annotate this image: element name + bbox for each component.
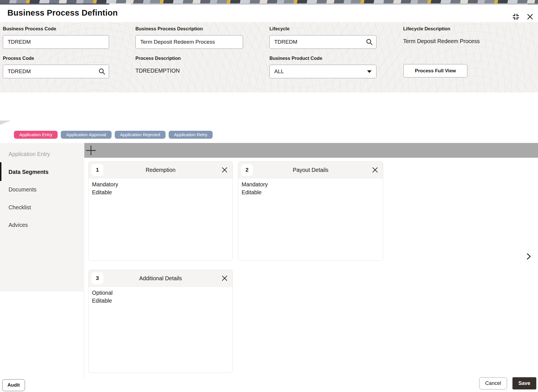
cancel-button[interactable]: Cancel — [479, 377, 507, 389]
business-process-code-label: Business Process Code — [3, 26, 56, 31]
segment-title: Payout Details — [238, 162, 383, 178]
data-segment-card[interactable]: 2 Payout Details Mandatory Editable — [238, 161, 383, 261]
collapse-window-button[interactable] — [511, 12, 521, 22]
business-product-code-label: Business Product Code — [269, 56, 322, 61]
tab-application-approval[interactable]: Application Approval — [61, 131, 111, 139]
tab-label: Application Rejected — [120, 132, 160, 137]
save-button[interactable]: Save — [512, 377, 536, 389]
remove-segment-button[interactable] — [221, 167, 228, 173]
process-code-input[interactable] — [3, 65, 109, 78]
add-segment-button[interactable] — [86, 146, 96, 155]
process-full-view-label: Process Full View — [415, 68, 456, 74]
tab-label: Application Retry — [174, 132, 207, 137]
sidebar-item-documents[interactable]: Documents — [9, 186, 37, 193]
segment-attribute: Mandatory — [242, 180, 380, 188]
lifecycle-input[interactable] — [269, 35, 376, 49]
sidebar-item-data-segments[interactable]: Data Segments — [9, 168, 49, 176]
close-icon — [526, 13, 534, 21]
remove-segment-button[interactable] — [221, 275, 228, 282]
search-icon[interactable] — [366, 38, 373, 46]
browser-theme-strip — [0, 0, 538, 3]
window-header: Business Process Defintion — [0, 5, 538, 22]
tab-label: Application Approval — [66, 132, 106, 137]
process-code-field-wrap — [3, 65, 109, 78]
stage-sidebar: Application Entry Data Segments Document… — [0, 143, 84, 292]
lifecycle-label: Lifecycle — [269, 26, 290, 31]
segment-title: Redemption — [89, 162, 233, 178]
segment-attributes: Optional Editable — [89, 287, 233, 307]
segment-attribute: Mandatory — [92, 180, 229, 188]
segment-attribute: Optional — [92, 289, 229, 297]
collapse-icon — [512, 12, 520, 21]
save-label: Save — [518, 380, 530, 386]
data-segment-card[interactable]: 3 Additional Details Optional Editable — [88, 270, 233, 373]
tab-application-rejected[interactable]: Application Rejected — [115, 131, 166, 139]
segment-title: Additional Details — [89, 270, 233, 287]
process-description-value: TDREDEMPTION — [135, 68, 180, 74]
cancel-label: Cancel — [485, 380, 501, 386]
data-segment-card[interactable]: 1 Redemption Mandatory Editable — [88, 161, 233, 261]
close-window-button[interactable] — [525, 12, 535, 22]
card-header: 1 Redemption — [89, 162, 233, 178]
tab-label: Application Entry — [19, 132, 52, 137]
next-page-chevron[interactable] — [525, 252, 533, 260]
search-icon[interactable] — [98, 68, 106, 75]
lifecycle-description-label: Lifecycle Description — [403, 26, 450, 31]
business-process-description-label: Business Process Description — [135, 26, 203, 31]
tab-application-retry[interactable]: Application Retry — [169, 131, 213, 139]
lifecycle-field-wrap — [269, 35, 376, 49]
segment-attribute: Editable — [92, 188, 229, 196]
segment-attributes: Mandatory Editable — [89, 178, 233, 198]
close-icon — [221, 275, 228, 282]
process-code-label: Process Code — [3, 56, 34, 61]
segment-attribute: Editable — [242, 188, 380, 196]
process-header-form: Business Process Code Business Process D… — [0, 22, 538, 92]
business-process-definition-window: Business Process Defintion Business Proc… — [0, 0, 538, 392]
stage-tab-bar: Application Entry Application Approval A… — [14, 131, 213, 139]
card-header: 2 Payout Details — [238, 162, 383, 178]
segment-attributes: Mandatory Editable — [238, 178, 383, 198]
chevron-right-icon — [525, 252, 533, 260]
lifecycle-description-value: Term Deposit Redeem Process — [403, 38, 480, 45]
add-segment-bar — [84, 143, 538, 158]
audit-label: Audit — [7, 382, 20, 388]
segment-attribute: Editable — [92, 297, 229, 305]
business-product-code-selected-value: ALL — [274, 68, 284, 75]
panel-corner-wedge — [0, 121, 11, 125]
business-process-description-field-wrap — [135, 35, 243, 49]
remove-segment-button[interactable] — [372, 167, 378, 173]
business-process-code-input[interactable] — [3, 35, 109, 49]
business-process-code-field-wrap — [3, 35, 109, 49]
card-header: 3 Additional Details — [89, 270, 233, 287]
chevron-down-icon — [367, 70, 372, 73]
active-item-indicator — [0, 162, 1, 181]
business-product-code-select[interactable]: ALL — [269, 65, 376, 78]
close-icon — [372, 167, 378, 173]
process-description-label: Process Description — [135, 56, 181, 61]
process-full-view-button[interactable]: Process Full View — [403, 64, 467, 77]
sidebar-item-checklist[interactable]: Checklist — [9, 203, 31, 211]
audit-button[interactable]: Audit — [2, 379, 25, 391]
sidebar-item-advices[interactable]: Advices — [9, 221, 28, 229]
page-title: Business Process Defintion — [7, 8, 118, 18]
sidebar-item-application-entry: Application Entry — [9, 150, 50, 158]
tab-application-entry[interactable]: Application Entry — [14, 131, 58, 139]
business-process-description-input[interactable] — [135, 35, 243, 49]
close-icon — [221, 167, 228, 173]
